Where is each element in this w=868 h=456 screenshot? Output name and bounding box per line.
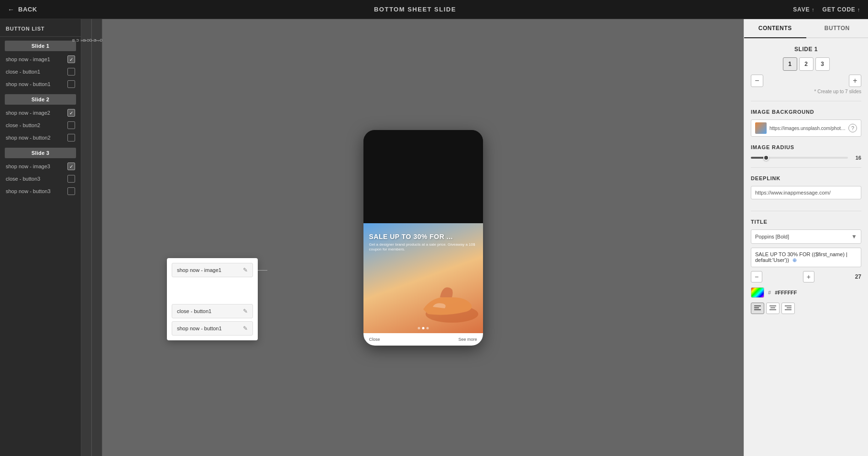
font-select-label: Poppins [Bold]: [755, 234, 851, 239]
get-code-button[interactable]: GET CODE ↑: [823, 6, 860, 13]
align-center-button[interactable]: [766, 303, 780, 314]
align-center-icon: [769, 305, 776, 311]
edit-icon-2[interactable]: ✎: [243, 308, 248, 315]
svg-rect-9: [785, 309, 791, 310]
phone-overlay-sub: Get a designer brand products at a sale …: [369, 242, 477, 252]
list-item: shop now - image1: [0, 53, 81, 65]
title-section-label: TITLE: [751, 219, 861, 225]
page-title: BOTTOM SHEET SLIDE: [374, 6, 456, 13]
edit-icon-3[interactable]: ✎: [243, 325, 248, 332]
right-panel-body: SLIDE 1 1 2 3 − + * Create up to 7 slide…: [744, 38, 868, 322]
checkbox-close-button3[interactable]: [67, 175, 75, 183]
slide-num-3-button[interactable]: 3: [815, 57, 830, 71]
save-button[interactable]: SAVE ↑: [793, 6, 814, 13]
checkbox-shop-now-image1[interactable]: [67, 55, 75, 63]
checkbox-shop-now-image3[interactable]: [67, 163, 75, 170]
phone-see-more-button[interactable]: See more: [458, 337, 477, 342]
canvas-area: SALE UP TO 30% FOR ... Get a designer br…: [102, 19, 744, 456]
image-background-input-row: https://images.unsplash.com/photo-... ?: [751, 119, 861, 137]
checkbox-close-button2[interactable]: [67, 121, 75, 129]
checkbox-shop-now-button3[interactable]: [67, 187, 75, 195]
button-strip-2: BUTTON2: [92, 19, 102, 456]
align-left-button[interactable]: [751, 303, 764, 314]
checkbox-shop-now-button2[interactable]: [67, 134, 75, 141]
decrease-size-button[interactable]: −: [751, 271, 762, 282]
color-hash: #: [768, 290, 771, 295]
add-slide-button[interactable]: +: [849, 75, 861, 87]
top-nav-actions: SAVE ↑ GET CODE ↑: [793, 6, 860, 13]
top-nav: ← BACK BOTTOM SHEET SLIDE SAVE ↑ GET COD…: [0, 0, 868, 19]
back-button[interactable]: ← BACK: [8, 6, 37, 13]
divider-1: [751, 101, 861, 101]
main-layout: BUTTON LIST Slide 1 shop now - image1 cl…: [0, 19, 868, 456]
svg-rect-2: [754, 307, 759, 308]
checkbox-close-button1[interactable]: [67, 68, 75, 76]
slide-number-row: 1 2 3: [751, 57, 861, 71]
phone-top-black: [363, 130, 483, 223]
back-arrow-icon: ←: [8, 6, 14, 13]
svg-rect-3: [754, 309, 761, 310]
slide-2-label: Slide 2: [5, 94, 76, 105]
checkbox-shop-now-image2[interactable]: [67, 109, 75, 117]
list-item: shop now - button2: [0, 131, 81, 144]
popup-item-3[interactable]: shop now - button1 ✎: [172, 321, 253, 336]
image-url-text: https://images.unsplash.com/photo-...: [769, 126, 846, 131]
left-sidebar: BUTTON LIST Slide 1 shop now - image1 cl…: [0, 19, 81, 456]
sidebar-title: BUTTON LIST: [0, 19, 81, 37]
align-right-button[interactable]: [781, 303, 795, 314]
slide-dots: [418, 327, 429, 329]
upload-icon: ↑: [812, 7, 814, 12]
svg-rect-7: [785, 305, 791, 306]
phone-overlay-title: SALE UP TO 30% FOR ...: [369, 233, 477, 240]
svg-rect-8: [787, 307, 791, 308]
divider-3: [751, 211, 861, 211]
color-picker-swatch[interactable]: [751, 287, 764, 298]
slide-num-2-button[interactable]: 2: [799, 57, 813, 71]
image-background-title: IMAGE BACKGROUND: [751, 109, 861, 115]
slide-1-label: Slide 1: [5, 41, 76, 51]
list-item: shop now - button3: [0, 185, 81, 197]
align-left-icon: [754, 305, 761, 311]
dot-1: [418, 327, 420, 329]
slide-controls: − +: [751, 75, 861, 87]
popup-item-2[interactable]: close - button1 ✎: [172, 304, 253, 318]
dot-2: [422, 327, 424, 329]
add-variable-icon[interactable]: ⊕: [792, 257, 797, 263]
popup-item-1[interactable]: shop now - image1 ✎: [172, 263, 253, 277]
increase-size-button[interactable]: +: [803, 271, 814, 282]
right-panel: CONTENTS BUTTON SLIDE 1 1 2 3 − + * Crea…: [744, 19, 868, 456]
help-icon[interactable]: ?: [848, 124, 857, 132]
image-radius-slider-row: 16: [751, 155, 861, 161]
tab-button[interactable]: BUTTON: [806, 19, 868, 38]
dot-3: [426, 327, 429, 329]
back-label: BACK: [18, 6, 37, 13]
font-select[interactable]: Poppins [Bold] ▼: [751, 229, 861, 244]
edit-icon-1[interactable]: ✎: [243, 267, 248, 273]
title-text-area[interactable]: SALE UP TO 30% FOR (($first_name) | defa…: [751, 248, 861, 267]
export-icon: ↑: [857, 7, 860, 12]
tab-contents[interactable]: CONTENTS: [744, 19, 806, 38]
phone-close-button[interactable]: Close: [369, 337, 380, 342]
remove-slide-button[interactable]: −: [751, 75, 763, 87]
slide-num-1-button[interactable]: 1: [783, 57, 797, 71]
image-radius-slider-track[interactable]: [751, 157, 848, 159]
svg-rect-1: [754, 305, 761, 306]
phone-overlay: SALE UP TO 30% FOR ... Get a designer br…: [369, 233, 477, 252]
size-controls-row: − + 27: [751, 271, 861, 282]
deeplink-input[interactable]: [751, 186, 861, 199]
chevron-down-icon: ▼: [851, 233, 857, 240]
phone-bottom-bar: Close See more: [363, 333, 483, 346]
popup-spacer: [172, 280, 253, 304]
deeplink-title: DEEPLINK: [751, 175, 861, 181]
align-right-icon: [785, 305, 791, 311]
list-item: close - button3: [0, 173, 81, 185]
shoe-svg: [414, 271, 481, 328]
color-value: #FFFFFF: [775, 290, 797, 295]
slider-thumb[interactable]: [763, 155, 769, 161]
checkbox-shop-now-button1[interactable]: [67, 80, 75, 88]
slide-info-text: * Create up to 7 slides: [751, 89, 861, 94]
list-item: close - button1: [0, 65, 81, 78]
slide-3-label: Slide 3: [5, 148, 76, 158]
image-radius-value: 16: [852, 155, 861, 161]
align-buttons-row: [751, 303, 861, 314]
